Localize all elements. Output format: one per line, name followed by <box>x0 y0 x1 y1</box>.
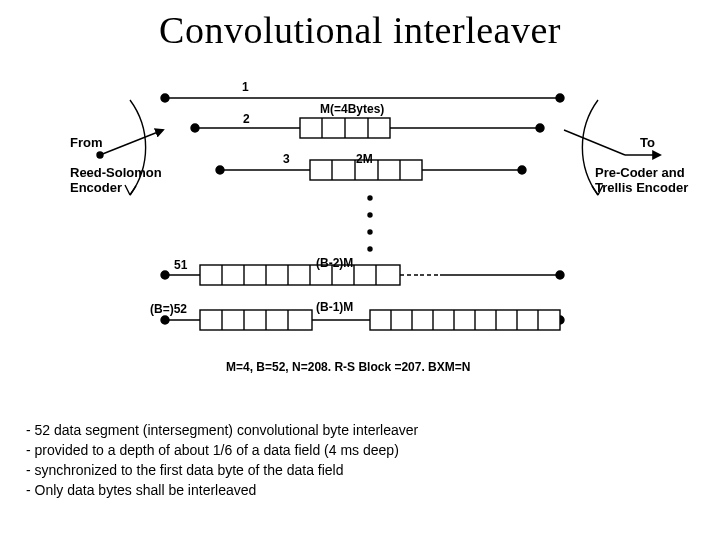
svg-point-60 <box>97 152 103 158</box>
svg-line-57 <box>100 130 163 155</box>
label-to: To <box>640 135 655 150</box>
bullet-item: - 52 data segment (intersegment) convolu… <box>26 420 418 440</box>
bullet-item: - provided to a depth of about 1/6 of a … <box>26 440 418 460</box>
buffer-b2m-label: (B-2)M <box>316 256 353 270</box>
page-title: Convolutional interleaver <box>0 0 720 52</box>
tap-3-label: 3 <box>283 152 290 166</box>
buffer-2m-label: 2M <box>356 152 373 166</box>
label-from: From <box>70 135 103 150</box>
tap-51-label: 51 <box>174 258 187 272</box>
bullet-list: - 52 data segment (intersegment) convolu… <box>26 420 418 500</box>
svg-point-20 <box>368 196 372 200</box>
bullet-item: - Only data bytes shall be interleaved <box>26 480 418 500</box>
tap-52-label: (B=)52 <box>150 302 187 316</box>
tap-1-label: 1 <box>242 80 249 94</box>
buffer-m-label: M(=4Bytes) <box>318 102 386 116</box>
interleaver-diagram <box>0 70 720 400</box>
buffer-b1m-label: (B-1)M <box>316 300 353 314</box>
svg-point-23 <box>368 247 372 251</box>
svg-rect-48 <box>370 310 560 330</box>
svg-line-58 <box>564 130 625 155</box>
label-precoder: Pre-Coder and Trellis Encoder <box>595 165 688 195</box>
bullet-item: - synchronized to the first data byte of… <box>26 460 418 480</box>
svg-rect-27 <box>200 265 400 285</box>
svg-point-22 <box>368 230 372 234</box>
tap-2-label: 2 <box>243 112 250 126</box>
svg-point-21 <box>368 213 372 217</box>
label-rs-encoder: Reed-Solomon Encoder <box>70 165 162 195</box>
params-label: M=4, B=52, N=208. R-S Block =207. BXM=N <box>226 360 470 374</box>
svg-rect-42 <box>200 310 312 330</box>
